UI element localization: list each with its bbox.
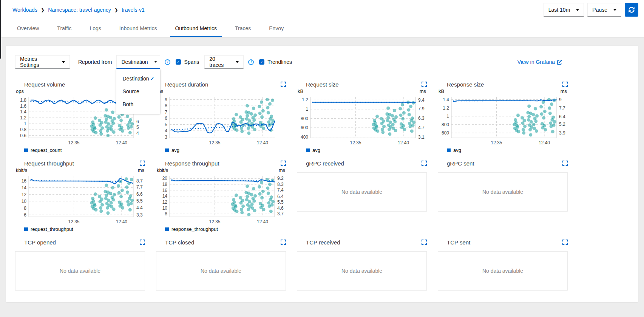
expand-icon[interactable] [281,161,286,166]
trendlines-checkbox[interactable]: ✓ [259,59,264,65]
info-icon[interactable]: i [165,59,170,65]
info-icon[interactable]: i [248,59,254,65]
expand-icon[interactable] [562,240,568,245]
metrics-card: Metrics Settings Reported from Destinati… [6,46,638,302]
metrics-settings-value: Metrics Settings [20,56,56,68]
tab-traffic[interactable]: Traffic [52,20,76,37]
svg-text:6.4: 6.4 [277,194,284,199]
svg-text:1.2: 1.2 [302,97,308,102]
legend-swatch [24,148,28,152]
svg-text:6: 6 [24,212,26,218]
breadcrumb-workloads[interactable]: Workloads [12,7,37,13]
svg-text:3.7: 3.7 [277,211,284,216]
chart-tcp-closed: TCP closedNo data available [156,238,286,291]
tab-envoy[interactable]: Envoy [264,20,289,37]
svg-text:12: 12 [162,199,168,205]
expand-icon[interactable] [562,82,568,87]
left-axis-unit: kbit/s [16,167,27,174]
chart-title: TCP closed [165,239,194,246]
svg-text:800: 800 [301,116,308,121]
reported-from-select[interactable]: Destination [116,55,160,69]
chart-plot: 1.41.2180060012:3512:4097.76.45.23.9 [438,95,568,146]
svg-text:400: 400 [301,135,308,140]
chart-title: Response throughput [165,160,219,167]
svg-text:0.6: 0.6 [20,133,26,138]
tab-logs[interactable]: Logs [85,20,106,37]
svg-text:5.5: 5.5 [277,199,284,205]
svg-text:8.3: 8.3 [277,182,284,187]
duration-select[interactable]: Last 10m [544,3,584,17]
svg-text:10: 10 [162,206,168,211]
expand-icon[interactable] [140,240,145,245]
metrics-settings-select[interactable]: Metrics Settings [15,55,70,69]
svg-text:5.5: 5.5 [136,198,143,204]
no-data-box: No data available [15,251,145,291]
svg-text:1.2: 1.2 [20,115,26,121]
breadcrumb-namespace[interactable]: Namespace: travel-agency [48,7,111,13]
topbar: Workloads ❯ Namespace: travel-agency ❯ t… [0,0,644,20]
grafana-link-label: View in Grafana [517,59,555,65]
tab-outbound-metrics[interactable]: Outbound Metrics [170,20,222,37]
svg-text:6: 6 [165,116,167,121]
menu-item-destination[interactable]: Destination✓ [116,72,160,85]
svg-text:12:35: 12:35 [209,140,220,145]
right-axis-unit: ms [279,167,285,174]
svg-text:12:35: 12:35 [68,140,79,145]
spans-checkbox[interactable]: ✓ [176,59,181,65]
chart-title: Request size [306,81,339,88]
tab-inbound-metrics[interactable]: Inbound Metrics [114,20,162,37]
svg-text:14: 14 [22,185,27,190]
chart-legend: request_count [24,147,145,153]
svg-text:9.4: 9.4 [418,97,425,103]
svg-text:16: 16 [22,178,27,184]
chart-title: gRPC received [306,160,344,167]
svg-text:1.4: 1.4 [20,109,26,114]
svg-text:600: 600 [442,130,449,136]
chart-request-duration: Request durationms987654312:3512:40avg [156,80,286,153]
chart-title: TCP opened [24,239,56,246]
chart-legend: avg [447,147,568,153]
svg-text:4.6: 4.6 [277,206,284,211]
breadcrumb-workload[interactable]: travels-v1 [122,7,145,13]
spans-label: Spans [184,59,199,65]
reported-from-menu: Destination✓SourceBoth [116,69,160,114]
chart-plot: 161412108612:3512:408.77.76.65.54.43.3 [15,174,145,225]
expand-icon[interactable] [422,240,427,245]
svg-text:12: 12 [22,192,27,197]
no-data-box: No data available [438,172,568,212]
expand-icon[interactable] [562,161,568,166]
svg-text:3: 3 [165,135,167,140]
svg-text:3.1: 3.1 [418,135,425,140]
expand-icon[interactable] [281,82,286,87]
expand-icon[interactable] [422,161,427,166]
svg-text:6: 6 [136,119,139,124]
trendlines-toggle[interactable]: ✓ Trendlines [259,59,292,65]
refresh-interval-select[interactable]: Pause [587,3,621,17]
chart-grpc-sent: gRPC sentNo data available [438,159,568,232]
tab-traces[interactable]: Traces [230,20,256,37]
chart-legend: avg [165,147,286,153]
expand-icon[interactable] [281,240,286,245]
refresh-button[interactable] [625,3,638,17]
svg-text:8: 8 [24,206,26,211]
chart-response-size: Response sizekBms1.41.2180060012:3512:40… [438,80,568,153]
expand-icon[interactable] [140,161,145,166]
spans-toggle[interactable]: ✓ Spans [176,59,199,65]
left-axis-unit: ops [16,88,24,95]
svg-text:4: 4 [165,128,167,133]
menu-item-both[interactable]: Both [116,98,160,111]
legend-swatch [165,227,169,231]
tab-overview[interactable]: Overview [12,20,44,37]
traces-count-select[interactable]: 20 traces [204,55,244,69]
chevron-down-icon [236,61,239,63]
svg-text:7: 7 [165,110,167,115]
expand-icon[interactable] [422,82,427,87]
no-data-text: No data available [60,268,100,274]
menu-item-source[interactable]: Source [116,85,160,98]
svg-text:4.7: 4.7 [418,125,425,130]
chart-plot: 1.2180060040012:3512:409.47.96.34.73.1 [297,95,427,146]
chart-title: TCP sent [447,239,470,246]
reported-from-label: Reported from [78,59,112,65]
grafana-link[interactable]: View in Grafana [517,59,562,65]
svg-text:7.7: 7.7 [559,105,565,111]
